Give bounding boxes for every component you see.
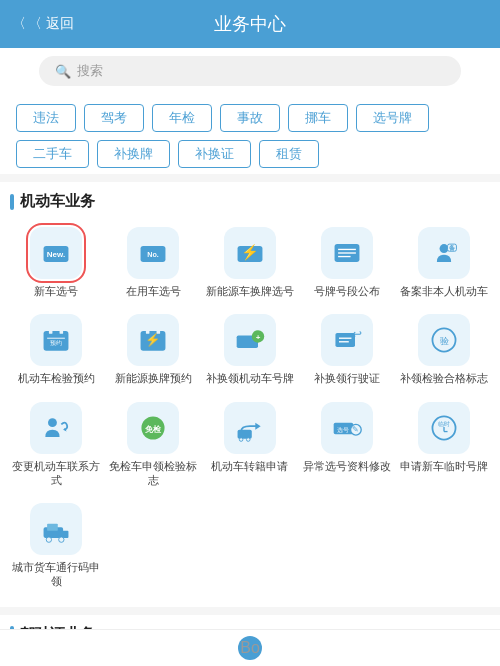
free-inspect-item[interactable]: 免检 免检车申领检验标志 [107, 398, 200, 492]
non-local-item[interactable]: 备 备案非本人机动车 [397, 223, 490, 302]
svg-text:⚡: ⚡ [241, 243, 259, 261]
svg-point-31 [48, 418, 57, 427]
new-energy-icon-box: ⚡ [224, 227, 276, 279]
svg-text:验: 验 [439, 337, 448, 347]
svg-text:选号: 选号 [337, 425, 349, 432]
abnormal-icon-box: 选号 ✎ [321, 402, 373, 454]
change-contact-item[interactable]: 变更机动车联系方式 [10, 398, 103, 492]
svg-rect-34 [238, 429, 252, 438]
highlight-circle [26, 223, 86, 283]
used-car-plate-label: 在用车选号 [126, 284, 181, 298]
motor-inspect-label: 机动车检验预约 [18, 371, 95, 385]
svg-point-35 [239, 437, 243, 441]
new-energy-icon: ⚡ [234, 237, 266, 269]
svg-text:✎: ✎ [352, 425, 359, 434]
svg-text:No.: No. [147, 251, 158, 259]
header: 〈 〈 返回 业务中心 [0, 0, 500, 48]
non-local-icon-box: 备 [418, 227, 470, 279]
transfer-icon [234, 412, 266, 444]
motor-inspect-icon: 预约 [40, 324, 72, 356]
cargo-item[interactable]: 城市货车通行码申领 [10, 499, 103, 593]
replace-plate-icon-box: + [224, 314, 276, 366]
tag-shigu[interactable]: 事故 [220, 104, 280, 132]
tag-xuanhao[interactable]: 选号牌 [356, 104, 429, 132]
back-icon: 〈 [12, 15, 26, 33]
motor-grid: New. 新车选号 No. 在用车选号 [10, 223, 490, 593]
transfer-icon-box [224, 402, 276, 454]
svg-text:备: 备 [449, 244, 456, 251]
search-input-wrap[interactable]: 🔍 搜索 [39, 56, 460, 86]
svg-text:临时: 临时 [438, 420, 450, 427]
svg-point-47 [47, 537, 52, 542]
plate-range-label: 号牌号段公布 [314, 284, 380, 298]
content-wrap: 🔍 搜索 违法 驾考 年检 事故 挪车 选号牌 二手车 补换牌 补换证 租赁 机… [0, 48, 500, 666]
search-placeholder: 搜索 [77, 62, 103, 80]
back-button[interactable]: 〈 〈 返回 [12, 15, 74, 33]
new-energy-label: 新能源车换牌选号 [206, 284, 294, 298]
tag-jiakao[interactable]: 驾考 [84, 104, 144, 132]
search-bar: 🔍 搜索 [0, 48, 500, 94]
new-car-plate-label: 新车选号 [34, 284, 78, 298]
replace-plate-icon: + [234, 324, 266, 356]
svg-rect-20 [146, 330, 150, 334]
tag-nianjian[interactable]: 年检 [152, 104, 212, 132]
motor-inspect-item[interactable]: 预约 机动车检验预约 [10, 310, 103, 389]
replace-license-label: 补换领行驶证 [314, 371, 380, 385]
used-car-plate-icon-box: No. [127, 227, 179, 279]
transfer-item[interactable]: 机动车转籍申请 [204, 398, 297, 492]
temp-plate-icon-box: 临时 [418, 402, 470, 454]
temp-plate-icon: 临时 [428, 412, 460, 444]
change-contact-icon [40, 412, 72, 444]
energy-inspect-icon: ⚡ [137, 324, 169, 356]
tag-ershou[interactable]: 二手车 [16, 140, 89, 168]
plate-range-icon [331, 237, 363, 269]
svg-text:预约: 预约 [50, 340, 62, 347]
temp-plate-label: 申请新车临时号牌 [400, 459, 488, 473]
energy-inspect-icon-box: ⚡ [127, 314, 179, 366]
replace-plate-item[interactable]: + 补换领机动车号牌 [204, 310, 297, 389]
used-plate-icon: No. [137, 237, 169, 269]
free-inspect-icon-box: 免检 [127, 402, 179, 454]
energy-inspect-label: 新能源换牌预约 [115, 371, 192, 385]
home-icon: Bo [238, 636, 262, 660]
svg-rect-15 [60, 330, 64, 334]
non-local-icon: 备 [428, 237, 460, 269]
tags-row: 违法 驾考 年检 事故 挪车 选号牌 二手车 补换牌 补换证 租赁 [0, 94, 500, 174]
energy-inspect-item[interactable]: ⚡ 新能源换牌预约 [107, 310, 200, 389]
svg-text:免检: 免检 [144, 425, 162, 434]
motor-inspect-icon-box: 预约 [30, 314, 82, 366]
cargo-icon-box [30, 503, 82, 555]
svg-text:↩: ↩ [352, 328, 362, 342]
tag-buhuan[interactable]: 补换牌 [97, 140, 170, 168]
replace-check-icon-box: 验 [418, 314, 470, 366]
nav-home[interactable]: Bo [238, 636, 262, 660]
back-label: 〈 返回 [28, 15, 74, 33]
tag-weifa[interactable]: 违法 [16, 104, 76, 132]
plate-range-item[interactable]: 号牌号段公布 [300, 223, 393, 302]
svg-text:⚡: ⚡ [145, 333, 161, 349]
new-car-plate-item[interactable]: New. 新车选号 [10, 223, 103, 302]
motor-section: 机动车业务 New. 新车选号 No. [0, 182, 500, 607]
replace-check-item[interactable]: 验 补领检验合格标志 [397, 310, 490, 389]
free-inspect-icon: 免检 [137, 412, 169, 444]
svg-point-48 [59, 537, 64, 542]
tag-buzheng[interactable]: 补换证 [178, 140, 251, 168]
bottom-nav: Bo [0, 629, 500, 666]
page-title: 业务中心 [214, 12, 286, 36]
replace-license-item[interactable]: ↩ 补换领行驶证 [300, 310, 393, 389]
replace-check-label: 补领检验合格标志 [400, 371, 488, 385]
tag-nuoche[interactable]: 挪车 [288, 104, 348, 132]
new-car-plate-icon-box: New. [30, 227, 82, 279]
abnormal-item[interactable]: 选号 ✎ 异常选号资料修改 [300, 398, 393, 492]
abnormal-icon: 选号 ✎ [331, 412, 363, 444]
temp-plate-item[interactable]: 临时 申请新车临时号牌 [397, 398, 490, 492]
plate-range-icon-box [321, 227, 373, 279]
tag-zulin[interactable]: 租赁 [259, 140, 319, 168]
non-local-label: 备案非本人机动车 [400, 284, 488, 298]
svg-rect-14 [49, 330, 53, 334]
svg-rect-49 [48, 524, 59, 531]
used-car-plate-item[interactable]: No. 在用车选号 [107, 223, 200, 302]
cargo-label: 城市货车通行码申领 [12, 560, 101, 589]
change-contact-label: 变更机动车联系方式 [12, 459, 101, 488]
new-energy-item[interactable]: ⚡ 新能源车换牌选号 [204, 223, 297, 302]
